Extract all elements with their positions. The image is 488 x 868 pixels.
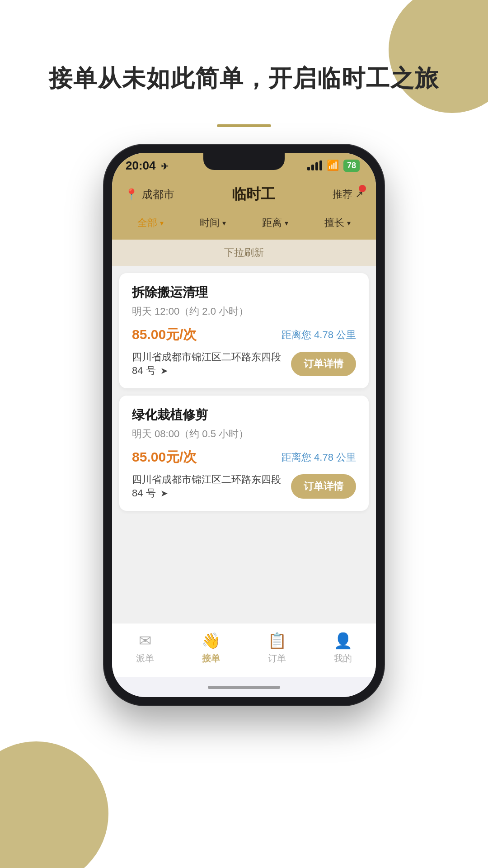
nav-item-mine[interactable]: 👤 我的: [310, 632, 376, 665]
nav-label-mine: 我的: [334, 652, 352, 665]
nav-item-orders[interactable]: 📋 订单: [244, 632, 310, 665]
hand-icon: 👋: [202, 632, 221, 650]
bottom-nav: ✉ 派单 👋 接单 📋 订单 👤 我的: [112, 623, 376, 677]
job-price-1: 85.00元/次: [132, 326, 197, 344]
home-bar: [208, 686, 280, 689]
job-distance-2: 距离您 4.78 公里: [282, 451, 356, 464]
list-icon: 📋: [267, 632, 286, 650]
home-indicator: [112, 677, 376, 697]
notification-dot: [359, 185, 366, 192]
page-headline: 接单从未如此简单，开启临时工之旅: [0, 63, 488, 94]
chevron-down-icon: ▾: [222, 219, 226, 227]
app-header: 📍 成都市 临时工 推荐 ↗: [112, 178, 376, 212]
navigation-icon: ➤: [160, 366, 168, 376]
job-time-2: 明天 08:00（约 0.5 小时）: [132, 427, 356, 441]
headline-underline: [217, 124, 271, 127]
filter-tab-skill[interactable]: 擅长 ▾: [306, 212, 369, 233]
location-pin-icon: 📍: [125, 188, 138, 201]
battery-badge: 78: [343, 160, 360, 172]
user-icon: 👤: [333, 632, 352, 650]
nav-label-accept: 接单: [202, 652, 220, 665]
filter-tab-all[interactable]: 全部 ▾: [119, 212, 182, 233]
wifi-icon: 📶: [327, 160, 339, 171]
filter-tabs: 全部 ▾ 时间 ▾ 距离 ▾ 擅长 ▾: [112, 212, 376, 240]
nav-item-dispatch[interactable]: ✉ 派单: [112, 632, 178, 665]
job-title-1: 拆除搬运清理: [132, 284, 356, 301]
signal-icon: [307, 160, 322, 170]
chevron-down-icon: ▾: [347, 219, 351, 227]
status-icons: 📶 78: [307, 160, 360, 172]
deco-circle-bottom-left: [0, 741, 108, 868]
detail-button-2[interactable]: 订单详情: [291, 474, 356, 499]
job-price-2: 85.00元/次: [132, 448, 197, 467]
location-label[interactable]: 📍 成都市: [125, 187, 174, 202]
job-address-2: 四川省成都市锦江区二环路东四段 84 号 ➤: [132, 473, 291, 500]
job-card-1: 拆除搬运清理 明天 12:00（约 2.0 小时） 85.00元/次 距离您 4…: [119, 273, 369, 388]
chevron-down-icon: ▾: [160, 219, 164, 227]
deco-circle-top-right: [389, 0, 488, 113]
send-icon: ✉: [139, 632, 151, 650]
nav-label-orders: 订单: [268, 652, 286, 665]
job-title-2: 绿化栽植修剪: [132, 406, 356, 424]
job-time-1: 明天 12:00（约 2.0 小时）: [132, 305, 356, 318]
job-address-1: 四川省成都市锦江区二环路东四段 84 号 ➤: [132, 350, 291, 377]
job-list: 拆除搬运清理 明天 12:00（约 2.0 小时） 85.00元/次 距离您 4…: [112, 266, 376, 623]
phone-shell: 20:04 ✈ 📶 78 �: [104, 145, 384, 705]
filter-tab-time[interactable]: 时间 ▾: [182, 212, 244, 233]
job-distance-1: 距离您 4.78 公里: [282, 328, 356, 342]
filter-tab-distance[interactable]: 距离 ▾: [244, 212, 306, 233]
status-time: 20:04 ✈: [126, 159, 169, 173]
phone-notch: [203, 153, 285, 170]
detail-button-1[interactable]: 订单详情: [291, 352, 356, 376]
job-card-2: 绿化栽植修剪 明天 08:00（约 0.5 小时） 85.00元/次 距离您 4…: [119, 396, 369, 511]
phone-screen: 20:04 ✈ 📶 78 �: [112, 153, 376, 697]
nav-item-accept[interactable]: 👋 接单: [178, 632, 244, 665]
chevron-down-icon: ▾: [285, 219, 288, 227]
phone-mockup: 20:04 ✈ 📶 78 �: [104, 145, 384, 705]
app-title: 临时工: [232, 184, 275, 204]
navigation-icon-2: ➤: [160, 488, 168, 498]
pull-refresh-hint: 下拉刷新: [112, 240, 376, 266]
nav-label-dispatch: 派单: [136, 652, 154, 665]
recommend-button[interactable]: 推荐 ↗: [333, 188, 363, 201]
